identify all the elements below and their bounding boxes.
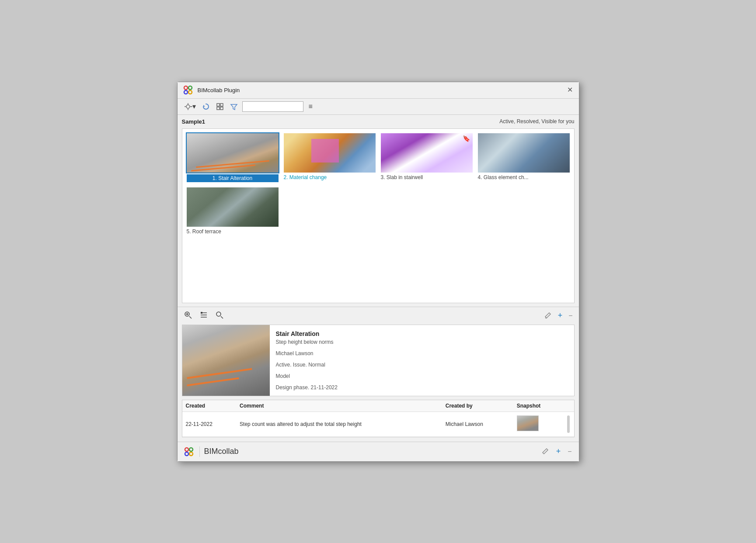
search-issues-button[interactable] [213, 310, 226, 322]
list-view-button[interactable] [198, 310, 210, 322]
glass-thumb-img [478, 133, 570, 173]
svg-point-27 [185, 448, 188, 451]
svg-point-30 [189, 452, 193, 456]
comment-author: Michael Lawson [442, 412, 513, 436]
issue-status: Active. Issue. Normal [276, 362, 568, 368]
remove-issue-button[interactable]: − [567, 311, 574, 321]
svg-marker-9 [192, 106, 192, 107]
bookmark-icon: 🔖 [463, 135, 470, 142]
issue-model: Model [276, 373, 568, 379]
zoom-icon [184, 311, 192, 319]
footer-divider [199, 446, 200, 457]
large-stair-img [182, 325, 270, 396]
footer-edit-button[interactable] [540, 446, 551, 457]
svg-point-24 [216, 312, 221, 316]
tools-icon [184, 102, 192, 111]
svg-point-4 [186, 105, 190, 108]
tools-button[interactable]: ▾ [182, 101, 198, 112]
edit-issue-button[interactable] [542, 310, 554, 322]
filter-status: Active, Resolved, Visible for you [499, 118, 574, 125]
issues-bottom-toolbar: + − [178, 307, 579, 325]
footer-add-button[interactable]: + [554, 446, 563, 457]
issue-author: Michael Lawson [276, 350, 568, 356]
svg-point-2 [184, 90, 188, 94]
footer: BIMcollab + − [178, 442, 579, 461]
svg-rect-14 [220, 107, 223, 110]
svg-line-17 [189, 316, 192, 318]
zoom-button[interactable] [182, 310, 194, 322]
col-created-by: Created by [442, 400, 513, 412]
scrollbar[interactable] [567, 415, 570, 433]
filter-icon [230, 103, 238, 111]
add-issue-button[interactable]: + [556, 310, 564, 321]
list-view-icon [199, 311, 208, 319]
footer-remove-button[interactable]: − [566, 447, 573, 457]
footer-brand-name: BIMcollab [204, 447, 239, 456]
refresh-icon [202, 103, 210, 111]
issue-label-4: 4. Glass element ch... [478, 174, 529, 181]
svg-point-0 [184, 86, 188, 90]
comment-text: Step count was altered to adjust the tot… [236, 412, 442, 436]
footer-left: BIMcollab [183, 446, 239, 458]
issue-card-4[interactable]: 4. Glass element ch... [477, 132, 571, 183]
issue-thumb-1 [187, 133, 279, 173]
grid-view-button[interactable] [214, 102, 226, 111]
comments-header-row: Created Comment Created by Snapshot [182, 400, 574, 412]
comment-row: 22-11-2022 Step count was altered to adj… [182, 412, 574, 436]
bottom-right-tools: + − [542, 310, 575, 322]
comment-snapshot [513, 412, 563, 436]
grid-icon [216, 103, 224, 111]
issues-grid: 1. Stair Alteration 2. Material change 🔖 [186, 132, 571, 236]
issue-thumb-5 [187, 187, 279, 227]
issue-label-5: 5. Roof terrace [187, 228, 221, 235]
col-comment: Comment [236, 400, 442, 412]
col-snapshot: Snapshot [513, 400, 563, 412]
scrollbar-cell [563, 412, 574, 436]
issues-grid-container: 1. Stair Alteration 2. Material change 🔖 [182, 128, 575, 303]
bimcollab-logo-icon [182, 84, 194, 96]
issue-date: Design phase. 21-11-2022 [276, 384, 568, 391]
edit-icon [544, 311, 552, 319]
project-name: Sample1 [182, 118, 205, 125]
search-input[interactable] [242, 101, 303, 112]
issue-title: Stair Alteration [276, 330, 568, 337]
col-created: Created [182, 400, 237, 412]
issues-area: Sample1 Active, Resolved, Visible for yo… [178, 115, 579, 307]
svg-rect-12 [220, 104, 223, 106]
issue-label-3: 3. Slab in stairwell [381, 174, 423, 181]
issue-info: Stair Alteration Step height below norms… [270, 325, 574, 396]
footer-logo-icon [183, 446, 195, 458]
svg-marker-10 [203, 105, 205, 107]
comment-date: 22-11-2022 [182, 412, 237, 436]
menu-button[interactable]: ≡ [306, 102, 315, 111]
filter-button[interactable] [228, 102, 240, 111]
snapshot-img [517, 416, 538, 431]
slab-thumb-img [381, 133, 473, 173]
issue-description: Step height below norms [276, 339, 568, 345]
title-bar: BIMcollab Plugin ✕ [178, 82, 579, 99]
issue-label-2: 2. Material change [284, 174, 327, 181]
selected-issue-detail: Stair Alteration Step height below norms… [182, 325, 575, 396]
issue-card-5[interactable]: 5. Roof terrace [186, 187, 279, 236]
roof-thumb-img [187, 187, 279, 227]
issue-card-2[interactable]: 2. Material change [283, 132, 376, 183]
material-thumb-img [284, 133, 376, 173]
svg-rect-23 [201, 312, 202, 314]
footer-edit-icon [541, 447, 549, 455]
svg-line-25 [221, 316, 223, 318]
issue-thumb-2 [284, 133, 376, 173]
snapshot-thumbnail [517, 415, 539, 431]
window-title: BIMcollab Plugin [198, 87, 240, 93]
comments-table: Created Comment Created by Snapshot 22-1… [182, 400, 574, 437]
issue-card-3[interactable]: 🔖 3. Slab in stairwell [380, 132, 474, 183]
issue-label-1: 1. Stair Alteration [187, 174, 279, 182]
title-bar-left: BIMcollab Plugin [182, 84, 240, 96]
issue-thumb-3: 🔖 [381, 133, 473, 173]
refresh-button[interactable] [200, 102, 212, 111]
close-button[interactable]: ✕ [565, 86, 575, 94]
toolbar: ▾ ≡ [178, 99, 579, 115]
stair-thumb-img [187, 133, 279, 173]
svg-rect-13 [217, 107, 219, 110]
issue-card-1[interactable]: 1. Stair Alteration [186, 132, 279, 183]
svg-point-3 [188, 90, 192, 94]
